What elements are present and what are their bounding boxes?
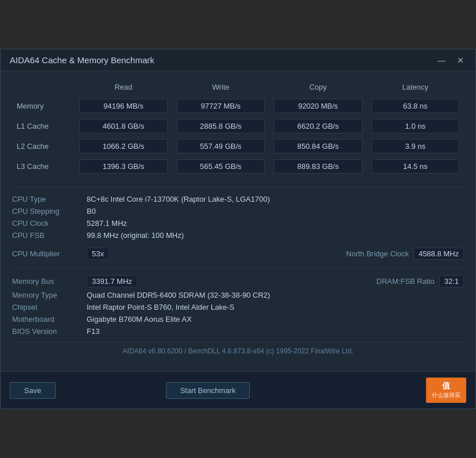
content-area: Read Write Copy Latency Memory 94196 MB/…: [1, 71, 475, 371]
close-button[interactable]: ✕: [455, 56, 466, 64]
bench-latency-cell: 1.0 ns: [367, 116, 464, 136]
dram-fsb-label: DRAM:FSB Ratio: [377, 277, 435, 286]
list-item: CPU Type 8C+8c Intel Core i7-13700K (Rap…: [12, 193, 464, 205]
footer-text: AIDA64 v6.80.6200 / BenchDLL 4.6.873.8-x…: [12, 342, 464, 362]
bench-read-cell: 1396.3 GB/s: [75, 156, 172, 176]
info-value: 99.8 MHz (original: 100 MHz): [87, 231, 464, 240]
memory-bus-left: Memory Bus 3391.7 MHz: [12, 275, 377, 287]
bottom-bar: Save Start Benchmark 值 什么值得买: [1, 371, 475, 409]
dram-fsb-right: DRAM:FSB Ratio 32:1: [377, 275, 464, 287]
table-row: L3 Cache 1396.3 GB/s 565.45 GB/s 889.83 …: [12, 156, 464, 176]
section-divider-2: [12, 267, 464, 268]
watermark-line2: 什么值得买: [432, 391, 460, 399]
cpu-multiplier-left: CPU Multiplier 53x: [12, 248, 346, 260]
memory-bus-row: Memory Bus 3391.7 MHz DRAM:FSB Ratio 32:…: [12, 274, 464, 289]
bench-copy-cell: 850.84 GB/s: [269, 136, 366, 156]
info-label: CPU Type: [12, 195, 87, 203]
bench-row-label: L2 Cache: [12, 136, 75, 156]
bench-write-cell: 97727 MB/s: [172, 96, 269, 116]
benchmark-table: Read Write Copy Latency Memory 94196 MB/…: [12, 80, 464, 176]
list-item: BIOS Version F13: [12, 325, 464, 337]
mem-info-section: Memory Type Quad Channel DDR5-6400 SDRAM…: [12, 289, 464, 337]
list-item: Motherboard Gigabyte B760M Aorus Elite A…: [12, 313, 464, 325]
section-divider-1: [12, 187, 464, 187]
cpu-multiplier-value: 53x: [87, 248, 109, 260]
info-label: BIOS Version: [12, 327, 87, 336]
watermark-line1: 值: [432, 381, 460, 391]
memory-bus-value: 3391.7 MHz: [87, 275, 137, 287]
cpu-nb-clock: North Bridge Clock 4588.8 MHz: [346, 248, 464, 260]
table-row: L1 Cache 4601.8 GB/s 2885.8 GB/s 6620.2 …: [12, 116, 464, 136]
cpu-info-section: CPU Type 8C+8c Intel Core i7-13700K (Rap…: [12, 193, 464, 241]
list-item: CPU FSB 99.8 MHz (original: 100 MHz): [12, 229, 464, 241]
info-value: Quad Channel DDR5-6400 SDRAM (32-38-38-9…: [87, 291, 464, 299]
bench-row-label: L1 Cache: [12, 116, 75, 136]
bench-latency-cell: 63.8 ns: [367, 96, 464, 116]
minimize-button[interactable]: —: [435, 56, 448, 64]
col-header-latency: Latency: [367, 80, 464, 96]
col-header-copy: Copy: [269, 80, 366, 96]
table-row: L2 Cache 1066.2 GB/s 557.49 GB/s 850.84 …: [12, 136, 464, 156]
bench-copy-cell: 92020 MB/s: [269, 96, 366, 116]
info-label: CPU Clock: [12, 219, 87, 228]
bench-read-cell: 4601.8 GB/s: [75, 116, 172, 136]
list-item: CPU Clock 5287.1 MHz: [12, 217, 464, 229]
bench-write-cell: 2885.8 GB/s: [172, 116, 269, 136]
table-row: Memory 94196 MB/s 97727 MB/s 92020 MB/s …: [12, 96, 464, 116]
cpu-multiplier-label: CPU Multiplier: [12, 249, 87, 258]
info-value: Intel Raptor Point-S B760, Intel Alder L…: [87, 303, 464, 311]
memory-bus-label: Memory Bus: [12, 277, 87, 286]
bench-latency-cell: 3.9 ns: [367, 136, 464, 156]
bench-copy-cell: 6620.2 GB/s: [269, 116, 366, 136]
info-label: Chipset: [12, 303, 87, 311]
watermark-badge: 值 什么值得买: [426, 378, 466, 403]
window-controls: — ✕: [435, 56, 466, 64]
bench-row-label: L3 Cache: [12, 156, 75, 176]
bench-write-cell: 565.45 GB/s: [172, 156, 269, 176]
save-button[interactable]: Save: [10, 382, 56, 399]
dram-fsb-value: 32:1: [439, 275, 464, 287]
info-value: 8C+8c Intel Core i7-13700K (Raptor Lake-…: [87, 195, 464, 203]
list-item: CPU Stepping B0: [12, 205, 464, 217]
info-value: 5287.1 MHz: [87, 219, 464, 228]
info-label: CPU FSB: [12, 231, 87, 240]
nb-clock-value: 4588.8 MHz: [413, 248, 464, 260]
info-label: Memory Type: [12, 291, 87, 299]
col-header-read: Read: [75, 80, 172, 96]
cpu-multiplier-row: CPU Multiplier 53x North Bridge Clock 45…: [12, 246, 464, 261]
bench-copy-cell: 889.83 GB/s: [269, 156, 366, 176]
info-value: F13: [87, 327, 464, 336]
info-label: Motherboard: [12, 315, 87, 324]
benchmark-button[interactable]: Start Benchmark: [166, 382, 250, 399]
info-value: Gigabyte B760M Aorus Elite AX: [87, 315, 464, 324]
info-label: CPU Stepping: [12, 207, 87, 215]
main-window: AIDA64 Cache & Memory Benchmark — ✕ Read…: [0, 49, 476, 409]
title-bar: AIDA64 Cache & Memory Benchmark — ✕: [1, 49, 475, 71]
nb-clock-label: North Bridge Clock: [346, 249, 409, 258]
col-header-label: [12, 80, 75, 96]
window-title: AIDA64 Cache & Memory Benchmark: [10, 55, 154, 65]
list-item: Chipset Intel Raptor Point-S B760, Intel…: [12, 301, 464, 313]
bench-latency-cell: 14.5 ns: [367, 156, 464, 176]
col-header-write: Write: [172, 80, 269, 96]
list-item: Memory Type Quad Channel DDR5-6400 SDRAM…: [12, 289, 464, 301]
bench-row-label: Memory: [12, 96, 75, 116]
info-value: B0: [87, 207, 464, 215]
bench-read-cell: 94196 MB/s: [75, 96, 172, 116]
bench-read-cell: 1066.2 GB/s: [75, 136, 172, 156]
bench-write-cell: 557.49 GB/s: [172, 136, 269, 156]
